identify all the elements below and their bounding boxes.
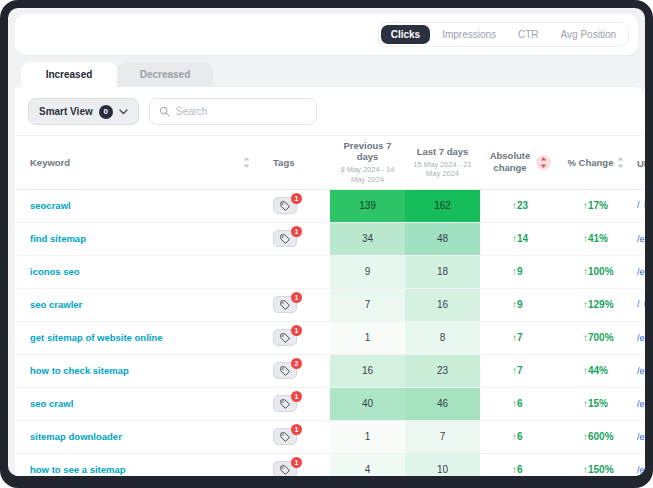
absolute-change-cell: ↑7	[480, 354, 560, 387]
app-screen: Clicks Impressions CTR Avg Position Incr…	[8, 8, 645, 476]
percent-change-cell: ↑150%	[560, 453, 632, 476]
absolute-change-cell: ↑9	[480, 288, 560, 321]
percent-change-cell: ↑129%	[560, 288, 632, 321]
tag-badge[interactable]: 1	[273, 428, 297, 445]
top-bar: Clicks Impressions CTR Avg Position	[15, 14, 638, 55]
search-input[interactable]	[176, 106, 307, 117]
column-header-pct-change[interactable]: % Change	[560, 136, 632, 190]
tag-icon	[280, 432, 290, 442]
absolute-change-cell: ↑9	[480, 255, 560, 288]
tag-icon	[280, 300, 290, 310]
url-text: /	[637, 299, 640, 309]
previous-value-cell: 40	[330, 387, 405, 420]
tag-badge[interactable]: 1	[273, 296, 297, 313]
column-header-last[interactable]: Last 7 days 15 May 2024 - 21 May 2024	[405, 136, 480, 190]
url-text: /en	[637, 366, 645, 376]
absolute-change-cell: ↑14	[480, 222, 560, 255]
tag-badge[interactable]: 2	[273, 362, 297, 379]
view-tab-group: Increased Decreased	[21, 62, 645, 87]
column-header-absolute-change[interactable]: Absolute change	[480, 136, 560, 190]
previous-value-cell: 1	[330, 420, 405, 453]
column-header-url[interactable]: URL	[632, 136, 645, 190]
last-value-cell: 8	[405, 321, 480, 354]
table-row: how to see a sitemap 1 4 10 ↑6 ↑150% /en	[15, 453, 645, 476]
toolbar: Smart View 0	[15, 87, 645, 135]
keyword-link[interactable]: how to see a sitemap	[30, 464, 126, 475]
tag-icon	[280, 333, 290, 343]
keyword-link[interactable]: sitemap downloader	[30, 431, 122, 442]
sort-icon[interactable]	[617, 157, 624, 168]
tab-increased[interactable]: Increased	[21, 62, 117, 87]
table-row: iconos seo 9 18 ↑9 ↑100% /en	[15, 255, 645, 288]
absolute-change-cell: ↑6	[480, 387, 560, 420]
smart-view-dropdown[interactable]: Smart View 0	[28, 98, 139, 125]
keyword-link[interactable]: iconos seo	[30, 266, 80, 277]
tab-decreased[interactable]: Decreased	[117, 62, 213, 87]
percent-change-cell: ↑17%	[560, 189, 632, 222]
external-link-icon	[644, 200, 645, 211]
keyword-link[interactable]: how to check sitemap	[30, 365, 129, 376]
absolute-change-cell: ↑7	[480, 321, 560, 354]
table-header-row: Keyword Tags Previous 7 days 8 May 202	[15, 136, 645, 190]
tag-badge[interactable]: 1	[273, 461, 297, 476]
last-value-cell: 162	[405, 189, 480, 222]
tag-count-badge: 1	[291, 424, 302, 435]
keywords-table: Keyword Tags Previous 7 days 8 May 202	[15, 135, 645, 476]
url-cell[interactable]: /en	[632, 354, 645, 387]
keyword-link[interactable]: seo crawler	[30, 299, 82, 310]
url-cell[interactable]: /	[632, 189, 645, 222]
chevron-down-icon	[119, 109, 128, 115]
absolute-change-cell: ↑23	[480, 189, 560, 222]
column-header-keyword[interactable]: Keyword	[15, 136, 260, 190]
metric-tab-group: Clicks Impressions CTR Avg Position	[378, 22, 629, 47]
percent-change-cell: ↑15%	[560, 387, 632, 420]
keyword-link[interactable]: find sitemap	[30, 233, 86, 244]
absolute-change-cell: ↑6	[480, 420, 560, 453]
url-cell[interactable]: /en	[632, 255, 645, 288]
metric-tab-clicks[interactable]: Clicks	[381, 25, 430, 44]
sort-icon[interactable]	[243, 157, 250, 168]
metric-tab-ctr[interactable]: CTR	[508, 25, 549, 44]
tag-badge[interactable]: 1	[273, 197, 297, 214]
tag-count-badge: 1	[291, 325, 302, 336]
search-box	[149, 98, 317, 125]
last-value-cell: 16	[405, 288, 480, 321]
smart-view-count-badge: 0	[99, 105, 113, 119]
tag-count-badge: 1	[291, 292, 302, 303]
metric-tab-avg-position[interactable]: Avg Position	[551, 25, 626, 44]
last-value-cell: 18	[405, 255, 480, 288]
tag-icon	[280, 201, 290, 211]
percent-change-cell: ↑700%	[560, 321, 632, 354]
table-row: seocrawl 1 139 162 ↑23 ↑17% /	[15, 189, 645, 222]
tag-count-badge: 1	[291, 193, 302, 204]
url-cell[interactable]: /en	[632, 222, 645, 255]
url-text: /en	[637, 333, 645, 343]
url-cell[interactable]: /en	[632, 420, 645, 453]
tag-badge[interactable]: 1	[273, 395, 297, 412]
table-row: find sitemap 1 34 48 ↑14 ↑41% /en	[15, 222, 645, 255]
last-value-cell: 7	[405, 420, 480, 453]
url-cell[interactable]: /en	[632, 453, 645, 476]
table-body: seocrawl 1 139 162 ↑23 ↑17% / find sitem…	[15, 189, 645, 476]
active-sort-icon[interactable]	[536, 155, 551, 170]
tag-badge[interactable]: 1	[273, 329, 297, 346]
table-row: how to check sitemap 2 16 23 ↑7 ↑44% /en	[15, 354, 645, 387]
tag-badge[interactable]: 1	[273, 230, 297, 247]
tag-count-badge: 1	[291, 391, 302, 402]
keyword-link[interactable]: seo crawl	[30, 398, 73, 409]
last-value-cell: 48	[405, 222, 480, 255]
previous-value-cell: 7	[330, 288, 405, 321]
url-text: /en	[637, 465, 645, 475]
metric-tab-impressions[interactable]: Impressions	[432, 25, 506, 44]
url-text: /en	[637, 234, 645, 244]
keyword-link[interactable]: get sitemap of website online	[30, 332, 163, 343]
keyword-link[interactable]: seocrawl	[30, 200, 71, 211]
previous-value-cell: 139	[330, 189, 405, 222]
column-header-previous[interactable]: Previous 7 days 8 May 2024 - 14 May 2024	[330, 136, 405, 190]
url-text: /en	[637, 399, 645, 409]
last-value-cell: 10	[405, 453, 480, 476]
url-cell[interactable]: /	[632, 288, 645, 321]
url-cell[interactable]: /en	[632, 387, 645, 420]
url-cell[interactable]: /en	[632, 321, 645, 354]
column-header-tags[interactable]: Tags	[260, 136, 330, 190]
